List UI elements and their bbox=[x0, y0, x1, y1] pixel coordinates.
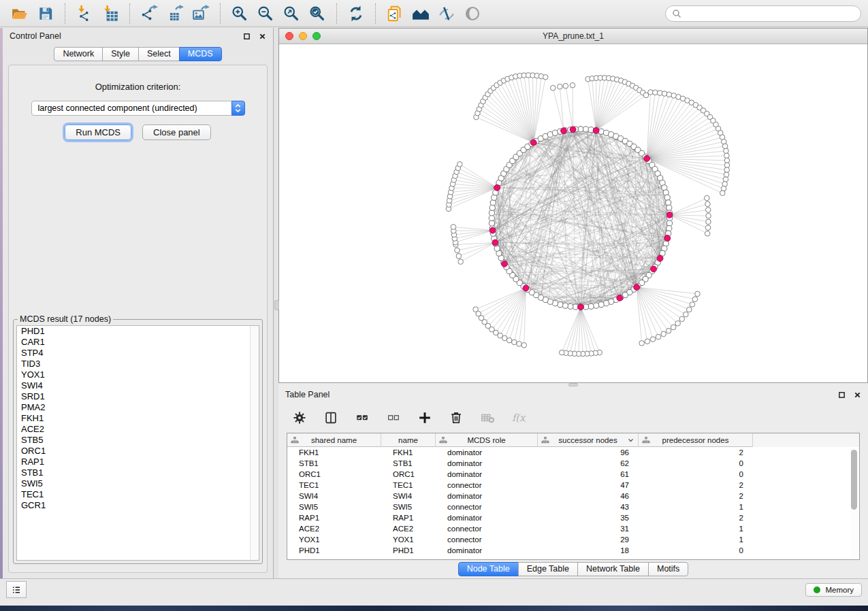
vertical-splitter[interactable] bbox=[274, 28, 278, 578]
table-row[interactable]: TEC1TEC1connector472 bbox=[287, 480, 859, 491]
network-window-titlebar[interactable]: YPA_prune.txt_1 bbox=[279, 29, 867, 44]
close-window-icon[interactable] bbox=[285, 32, 293, 40]
column-header-name[interactable]: name bbox=[381, 433, 436, 447]
refresh-button[interactable] bbox=[344, 3, 368, 24]
column-header-predecessor-nodes[interactable]: predecessor nodes bbox=[639, 433, 753, 447]
add-column-button[interactable] bbox=[416, 409, 434, 427]
mcds-result-list[interactable]: PHD1CAR1STP4TID3YOX1SWI4SRD1PMA2FKH1ACE2… bbox=[16, 325, 259, 561]
table-mode-button[interactable] bbox=[322, 409, 340, 427]
table-row[interactable]: STB1STB1dominator620 bbox=[287, 458, 859, 469]
list-item[interactable]: TEC1 bbox=[17, 489, 259, 500]
tab-mcds[interactable]: MCDS bbox=[179, 47, 222, 61]
minimize-window-icon[interactable] bbox=[299, 32, 307, 40]
table-row[interactable]: ACE2ACE2connector311 bbox=[287, 523, 859, 534]
cell-shared-name: STB1 bbox=[287, 459, 381, 467]
memory-button[interactable]: Memory bbox=[805, 583, 862, 597]
column-header-successor-nodes[interactable]: successor nodes bbox=[538, 433, 639, 447]
deselect-all-button[interactable] bbox=[385, 409, 402, 427]
table-row[interactable]: FKH1FKH1dominator962 bbox=[287, 447, 859, 458]
list-item[interactable]: ACE2 bbox=[17, 424, 259, 435]
list-item[interactable]: ORC1 bbox=[17, 446, 259, 457]
list-item[interactable]: SRD1 bbox=[17, 391, 259, 402]
horizontal-splitter[interactable] bbox=[278, 383, 868, 386]
tab-select[interactable]: Select bbox=[138, 47, 180, 61]
list-item[interactable]: STB1 bbox=[17, 467, 259, 478]
list-item[interactable]: SWI5 bbox=[17, 478, 259, 489]
table-panel: Table Panel f(x) shared namenameMCDS rol… bbox=[278, 386, 868, 578]
tab-node-table[interactable]: Node Table bbox=[458, 562, 519, 576]
optimization-criterion-label: Optimization criterion: bbox=[9, 82, 267, 92]
export-network-button[interactable] bbox=[138, 3, 161, 24]
import-table-button[interactable] bbox=[99, 3, 122, 24]
zoom-out-button[interactable] bbox=[254, 3, 277, 24]
splitter-grip[interactable] bbox=[274, 300, 279, 310]
export-table-button[interactable] bbox=[163, 3, 187, 24]
list-item[interactable]: PHD1 bbox=[17, 326, 259, 337]
cell-predecessor-nodes: 0 bbox=[639, 470, 753, 478]
zoom-fit-button[interactable] bbox=[280, 3, 303, 24]
export-image-button[interactable] bbox=[189, 3, 212, 24]
save-icon bbox=[37, 5, 54, 22]
table-row[interactable]: PHD1PHD1dominator180 bbox=[287, 545, 859, 556]
list-item[interactable]: PMA2 bbox=[17, 402, 259, 413]
table-row[interactable]: SWI5SWI5connector431 bbox=[287, 501, 859, 512]
cell-successor-nodes: 31 bbox=[538, 525, 639, 533]
close-panel-icon[interactable] bbox=[854, 391, 861, 399]
zoom-selected-button[interactable] bbox=[306, 3, 329, 24]
column-header-MCDS-role[interactable]: MCDS role bbox=[436, 433, 538, 447]
import-network-button[interactable] bbox=[73, 3, 96, 24]
tab-motifs[interactable]: Motifs bbox=[648, 562, 688, 576]
delete-columns-button[interactable] bbox=[447, 409, 465, 427]
zoom-out-icon bbox=[257, 5, 274, 22]
list-item[interactable]: TID3 bbox=[17, 359, 259, 369]
run-mcds-button[interactable]: Run MCDS bbox=[65, 125, 131, 140]
criterion-dropdown[interactable]: largest connected component (undirected) bbox=[31, 101, 245, 116]
cell-predecessor-nodes: 0 bbox=[639, 459, 753, 467]
list-scrollbar[interactable] bbox=[250, 326, 259, 560]
list-item[interactable]: FKH1 bbox=[17, 413, 259, 424]
splitter-grip[interactable] bbox=[568, 383, 578, 386]
table-toolbar: f(x) bbox=[278, 403, 868, 433]
hide-graphics-button[interactable] bbox=[435, 3, 458, 24]
search-input[interactable] bbox=[686, 8, 854, 19]
zoom-in-button[interactable] bbox=[228, 3, 251, 24]
table-row[interactable]: YOX1YOX1connector291 bbox=[287, 534, 859, 545]
table-row[interactable]: ORC1ORC1dominator610 bbox=[287, 469, 859, 480]
show-graphics-button[interactable] bbox=[461, 3, 484, 24]
list-item[interactable]: SWI4 bbox=[17, 380, 259, 391]
select-all-button[interactable] bbox=[353, 409, 371, 427]
close-panel-button[interactable]: Close panel bbox=[142, 125, 211, 140]
tab-edge-table[interactable]: Edge Table bbox=[518, 562, 578, 576]
list-item[interactable]: STB5 bbox=[17, 435, 259, 446]
table-row[interactable]: SWI4SWI4dominator462 bbox=[287, 491, 859, 501]
cell-predecessor-nodes: 2 bbox=[639, 481, 753, 489]
criterion-dropdown-value: largest connected component (undirected) bbox=[38, 103, 197, 113]
close-panel-icon[interactable] bbox=[259, 33, 266, 40]
list-item[interactable]: YOX1 bbox=[17, 369, 259, 380]
list-item[interactable]: RAP1 bbox=[17, 457, 259, 467]
column-settings-button[interactable] bbox=[291, 409, 308, 427]
birds-eye-button[interactable] bbox=[409, 3, 432, 24]
network-snapshot-button[interactable] bbox=[383, 3, 406, 24]
task-history-button[interactable] bbox=[6, 581, 27, 598]
list-item[interactable]: GCR1 bbox=[17, 500, 259, 511]
table-scrollbar[interactable] bbox=[850, 448, 858, 558]
tab-network-table[interactable]: Network Table bbox=[577, 562, 649, 576]
table-row[interactable]: RAP1RAP1dominator352 bbox=[287, 512, 859, 523]
save-button[interactable] bbox=[34, 3, 57, 24]
maximize-window-icon[interactable] bbox=[312, 32, 321, 40]
cell-shared-name: YOX1 bbox=[287, 535, 381, 544]
cell-MCDS-role: connector bbox=[436, 481, 538, 489]
open-button[interactable] bbox=[8, 3, 31, 24]
list-item[interactable]: CAR1 bbox=[17, 337, 259, 348]
column-header-shared-name[interactable]: shared name bbox=[287, 433, 381, 447]
search-box[interactable] bbox=[665, 5, 861, 22]
float-panel-icon[interactable] bbox=[838, 391, 846, 399]
network-canvas[interactable] bbox=[279, 44, 867, 382]
scrollbar-thumb[interactable] bbox=[851, 450, 857, 510]
tab-style[interactable]: Style bbox=[102, 47, 139, 61]
cell-MCDS-role: dominator bbox=[436, 448, 538, 457]
list-item[interactable]: STP4 bbox=[17, 348, 259, 359]
float-panel-icon[interactable] bbox=[243, 33, 251, 40]
tab-network[interactable]: Network bbox=[54, 47, 103, 61]
